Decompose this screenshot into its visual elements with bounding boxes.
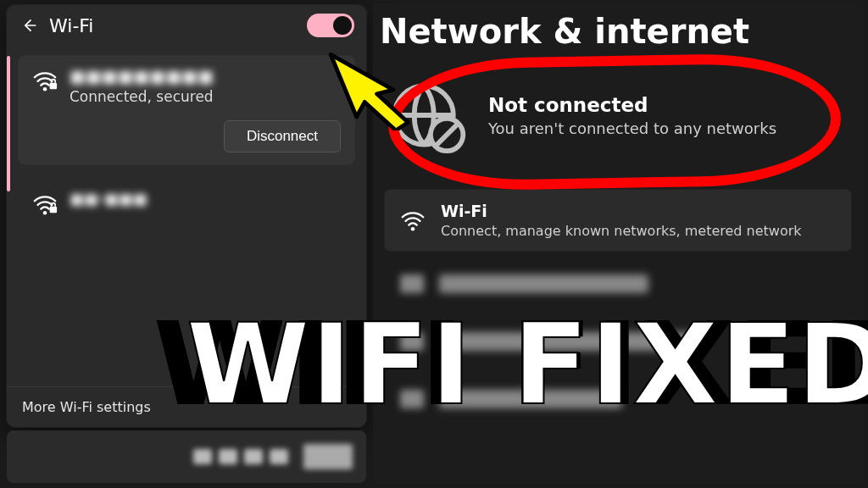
toggle-knob xyxy=(333,16,352,35)
wifi-flyout-title: Wi-Fi xyxy=(49,15,297,36)
settings-row-blur xyxy=(385,374,851,424)
back-arrow-icon[interactable] xyxy=(19,15,39,36)
tray-icon-blur xyxy=(270,449,288,464)
wifi-row-heading: Wi-Fi xyxy=(441,202,802,220)
connected-status: Connected, secured xyxy=(70,88,214,105)
settings-network-page: Network & internet Not connected You are… xyxy=(373,3,863,483)
svg-rect-3 xyxy=(50,207,57,214)
not-connected-sub: You aren't connected to any networks xyxy=(488,119,776,137)
page-title: Network & internet xyxy=(373,3,863,58)
connected-ssid: ■■■■■■■■■ xyxy=(70,66,214,86)
wifi-signal-locked-icon xyxy=(32,191,58,217)
disconnect-button[interactable]: Disconnect xyxy=(224,120,341,152)
svg-point-7 xyxy=(411,227,415,231)
tray-icon-blur xyxy=(193,449,212,464)
not-connected-heading: Not connected xyxy=(488,94,776,116)
wifi-icon xyxy=(400,208,426,233)
connected-network-card[interactable]: ■■■■■■■■■ Connected, secured Disconnect xyxy=(19,56,354,164)
wifi-flyout-header: Wi-Fi xyxy=(7,5,366,44)
other-ssid: ■■·■■■ xyxy=(70,190,147,208)
wifi-signal-locked-icon xyxy=(32,68,58,93)
wifi-row-sub: Connect, manage known networks, metered … xyxy=(441,223,802,239)
svg-point-2 xyxy=(43,211,47,215)
svg-rect-1 xyxy=(50,83,57,90)
svg-point-0 xyxy=(43,87,47,92)
tray-icon-blur xyxy=(244,449,263,464)
taskbar-fragment xyxy=(7,430,366,483)
other-network-item[interactable]: ■■·■■■ xyxy=(19,185,354,229)
not-connected-block: Not connected You aren't connected to an… xyxy=(388,75,863,156)
wifi-flyout-panel: Wi-Fi ■■■■■■■■■ xyxy=(7,5,366,427)
tray-icon-blur xyxy=(219,449,237,464)
tray-clock-blur xyxy=(303,444,353,469)
wifi-toggle[interactable] xyxy=(307,14,354,37)
globe-not-connected-icon xyxy=(388,75,470,156)
settings-row-blur xyxy=(385,259,851,308)
more-wifi-settings-link[interactable]: More Wi-Fi settings xyxy=(7,386,366,427)
settings-row-blur xyxy=(385,317,851,366)
wifi-settings-row[interactable]: Wi-Fi Connect, manage known networks, me… xyxy=(385,190,851,251)
